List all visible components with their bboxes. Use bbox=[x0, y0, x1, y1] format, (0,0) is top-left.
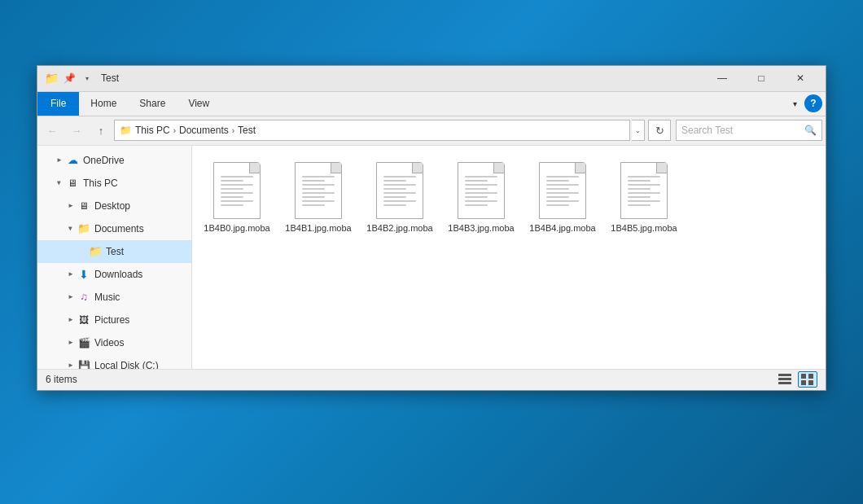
expand-arrow-documents[interactable]: ► bbox=[65, 223, 77, 234]
view-controls bbox=[775, 371, 817, 388]
file-page bbox=[620, 162, 668, 219]
title-bar-controls: — □ ✕ bbox=[703, 65, 819, 91]
expand-arrow-onedrive[interactable]: ► bbox=[54, 155, 65, 166]
videos-icon: 🎬 bbox=[77, 335, 91, 350]
sidebar-label-onedrive: OneDrive bbox=[83, 155, 125, 166]
expand-arrow-thispc[interactable]: ► bbox=[54, 177, 65, 189]
file-explorer-window: 📁 📌 ▾ Test — □ ✕ File Home Share View ▾ … bbox=[37, 65, 826, 391]
sidebar-label-music: Music bbox=[94, 291, 120, 303]
pictures-icon: 🖼 bbox=[77, 313, 91, 327]
file-area: 1B4B0.jpg.moba 1B4B1.jpg.moba 1B4B2.jpg.… bbox=[192, 146, 826, 369]
test-folder-icon: 📁 bbox=[88, 244, 103, 259]
pin-icon: 📌 bbox=[62, 71, 77, 85]
onedrive-icon: ☁ bbox=[65, 153, 80, 168]
expand-arrow-localdisk[interactable]: ► bbox=[65, 360, 77, 369]
back-button[interactable]: ← bbox=[41, 119, 64, 142]
expand-arrow-videos[interactable]: ► bbox=[65, 337, 77, 348]
music-icon: ♫ bbox=[77, 290, 91, 305]
large-icons-view-button[interactable] bbox=[798, 371, 817, 388]
sidebar-label-videos: Videos bbox=[94, 337, 124, 348]
file-item-file0[interactable]: 1B4B0.jpg.moba bbox=[200, 154, 274, 239]
file-page bbox=[376, 162, 423, 219]
breadcrumb-sep2: › bbox=[232, 126, 234, 135]
sidebar-item-videos[interactable]: ► 🎬 Videos bbox=[37, 331, 191, 354]
main-content: ► ☁ OneDrive ► 🖥 This PC ► 🖥 Desktop ► 📁… bbox=[37, 146, 826, 369]
file-lines bbox=[221, 176, 253, 206]
ribbon-expand-icon[interactable]: ▾ bbox=[785, 90, 804, 116]
menu-bar-right: ▾ ? bbox=[785, 90, 826, 116]
svg-rect-1 bbox=[778, 378, 791, 380]
search-placeholder: Search Test bbox=[681, 125, 733, 136]
svg-rect-4 bbox=[808, 374, 813, 379]
sidebar-label-localdisk: Local Disk (C:) bbox=[94, 360, 159, 369]
close-button[interactable]: ✕ bbox=[782, 65, 819, 91]
svg-rect-6 bbox=[808, 380, 813, 385]
sidebar-item-downloads[interactable]: ► ⬇ Downloads bbox=[37, 263, 191, 286]
refresh-button[interactable]: ↻ bbox=[648, 120, 671, 141]
sidebar-label-downloads: Downloads bbox=[94, 269, 142, 280]
sidebar-label-thispc: This PC bbox=[83, 177, 118, 189]
sidebar: ► ☁ OneDrive ► 🖥 This PC ► 🖥 Desktop ► 📁… bbox=[37, 146, 192, 369]
up-button[interactable]: ↑ bbox=[90, 119, 112, 142]
file-menu[interactable]: File bbox=[37, 92, 79, 116]
sidebar-item-desktop[interactable]: ► 🖥 Desktop bbox=[37, 195, 191, 217]
breadcrumb-sep1: › bbox=[173, 126, 176, 135]
file-icon bbox=[211, 159, 263, 219]
svg-rect-5 bbox=[801, 380, 806, 385]
menu-bar: File Home Share View ▾ ? bbox=[37, 92, 826, 116]
item-count: 6 items bbox=[46, 374, 77, 385]
expand-arrow-music[interactable]: ► bbox=[65, 291, 77, 303]
sidebar-item-test[interactable]: ► 📁 Test bbox=[37, 240, 191, 263]
file-icon bbox=[374, 159, 426, 219]
search-box[interactable]: Search Test 🔍 bbox=[676, 120, 822, 141]
details-view-button[interactable] bbox=[775, 371, 795, 388]
expand-arrow-pictures[interactable]: ► bbox=[65, 314, 77, 326]
sidebar-item-localdisk[interactable]: ► 💾 Local Disk (C:) bbox=[37, 354, 191, 369]
sidebar-item-thispc[interactable]: ► 🖥 This PC bbox=[37, 172, 191, 195]
file-label: 1B4B4.jpg.moba bbox=[529, 222, 595, 234]
expand-arrow-desktop[interactable]: ► bbox=[65, 200, 77, 212]
file-item-file2[interactable]: 1B4B2.jpg.moba bbox=[363, 154, 436, 239]
file-page bbox=[295, 162, 342, 219]
address-dropdown[interactable]: ⌄ bbox=[632, 120, 645, 141]
file-item-file4[interactable]: 1B4B4.jpg.moba bbox=[526, 154, 599, 239]
svg-rect-2 bbox=[778, 382, 791, 384]
title-bar: 📁 📌 ▾ Test — □ ✕ bbox=[37, 66, 826, 92]
status-bar: 6 items bbox=[37, 369, 826, 390]
sidebar-item-onedrive[interactable]: ► ☁ OneDrive bbox=[37, 149, 191, 172]
folder-icon: 📁 bbox=[44, 71, 59, 85]
title-dropdown-icon[interactable]: ▾ bbox=[80, 71, 94, 85]
svg-rect-0 bbox=[778, 374, 791, 376]
breadcrumb-documents[interactable]: Documents bbox=[179, 125, 229, 136]
expand-arrow-downloads[interactable]: ► bbox=[65, 269, 77, 280]
home-menu[interactable]: Home bbox=[79, 92, 128, 116]
search-icon[interactable]: 🔍 bbox=[804, 125, 817, 136]
maximize-button[interactable]: □ bbox=[743, 65, 780, 91]
file-lines bbox=[465, 176, 497, 206]
sidebar-item-pictures[interactable]: ► 🖼 Pictures bbox=[37, 309, 191, 331]
share-menu[interactable]: Share bbox=[128, 92, 177, 116]
file-icon bbox=[455, 159, 507, 219]
sidebar-item-music[interactable]: ► ♫ Music bbox=[37, 286, 191, 309]
file-item-file3[interactable]: 1B4B3.jpg.moba bbox=[445, 154, 518, 239]
file-page bbox=[213, 162, 261, 219]
help-button[interactable]: ? bbox=[804, 94, 822, 112]
file-item-file1[interactable]: 1B4B1.jpg.moba bbox=[282, 154, 355, 239]
file-page bbox=[458, 162, 505, 219]
breadcrumb-test[interactable]: Test bbox=[238, 125, 256, 136]
breadcrumb-thisPc[interactable]: This PC bbox=[135, 125, 170, 136]
sidebar-label-desktop: Desktop bbox=[94, 200, 130, 212]
documents-icon: 📁 bbox=[77, 221, 91, 236]
address-bar[interactable]: 📁 This PC › Documents › Test bbox=[114, 120, 630, 141]
file-lines bbox=[628, 176, 660, 206]
sidebar-label-test: Test bbox=[106, 246, 124, 257]
file-item-file5[interactable]: 1B4B5.jpg.moba bbox=[607, 154, 681, 239]
file-lines bbox=[383, 176, 416, 206]
view-menu[interactable]: View bbox=[177, 92, 221, 116]
sidebar-label-documents: Documents bbox=[94, 223, 144, 234]
sidebar-item-documents[interactable]: ► 📁 Documents bbox=[37, 217, 191, 240]
minimize-button[interactable]: — bbox=[703, 65, 741, 91]
nav-bar: ← → ↑ 📁 This PC › Documents › Test ⌄ ↻ S… bbox=[37, 116, 826, 146]
forward-button[interactable]: → bbox=[65, 119, 88, 142]
file-lines bbox=[546, 176, 579, 206]
